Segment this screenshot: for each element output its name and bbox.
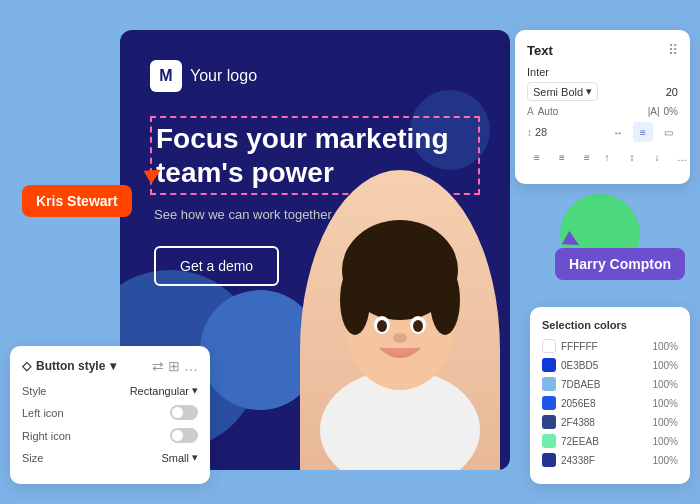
button-panel-tools: ⇄ ⊞ … <box>152 358 198 374</box>
svg-point-9 <box>413 320 423 332</box>
a-icon: |A| <box>648 106 660 117</box>
font-weight-row: Semi Bold ▾ 20 <box>527 82 678 101</box>
color-row: 72EEAB100% <box>542 434 678 448</box>
text-panel: Text ⠿ Inter Semi Bold ▾ 20 A Auto |A| 0… <box>515 30 690 184</box>
color-pct: 100% <box>652 436 678 447</box>
color-pct: 100% <box>652 379 678 390</box>
text-panel-header: Text ⠿ <box>527 42 678 58</box>
size-value: Small <box>161 452 189 464</box>
align-right-icon[interactable]: ≡ <box>577 147 597 167</box>
color-hex: 24338F <box>561 455 595 466</box>
button-panel: ◇ Button style ▾ ⇄ ⊞ … Style Rectangular… <box>10 346 210 484</box>
harry-label: Harry Compton <box>555 248 685 280</box>
size-row-label: Size <box>22 452 43 464</box>
color-row: 2056E8100% <box>542 396 678 410</box>
align-center-text-icon[interactable]: ≡ <box>552 147 572 167</box>
auto-label: Auto <box>538 106 559 117</box>
left-icon-row: Left icon <box>22 405 198 420</box>
text-panel-title: Text <box>527 43 553 58</box>
style-row: Style Rectangular ▾ <box>22 384 198 397</box>
font-name: Inter <box>527 66 678 78</box>
style-value: Rectangular <box>130 385 189 397</box>
svg-point-4 <box>340 265 370 335</box>
more-icon[interactable]: … <box>184 358 198 374</box>
color-hex: 7DBAEB <box>561 379 600 390</box>
left-icon-label: Left icon <box>22 407 64 419</box>
logo-text: Your logo <box>190 67 257 85</box>
vert-middle-icon[interactable]: ↕ <box>622 147 642 167</box>
align-expand-icon[interactable]: ↔ <box>608 122 628 142</box>
text-align-row: ≡ ≡ ≡ ↑ ↕ ↓ … <box>527 147 678 167</box>
font-size-value: 20 <box>666 86 678 98</box>
button-panel-header: ◇ Button style ▾ ⇄ ⊞ … <box>22 358 198 374</box>
color-row: 24338F100% <box>542 453 678 467</box>
color-row: 7DBAEB100% <box>542 377 678 391</box>
alignment-icons: ↔ ≡ ▭ <box>608 122 678 142</box>
color-pct: 100% <box>652 360 678 371</box>
diamond-icon: ◇ <box>22 359 31 373</box>
color-hex: FFFFFF <box>561 341 598 352</box>
chevron-down-icon[interactable]: ▾ <box>110 359 116 373</box>
line-height-row: ↕ 28 ↔ ≡ ▭ <box>527 122 678 142</box>
color-row: FFFFFF100% <box>542 339 678 353</box>
auto-row: A Auto |A| 0% <box>527 106 678 117</box>
align-box-icon[interactable]: ▭ <box>658 122 678 142</box>
left-icon-toggle[interactable] <box>170 405 198 420</box>
color-pct: 100% <box>652 341 678 352</box>
font-weight-select[interactable]: Semi Bold ▾ <box>527 82 598 101</box>
svg-point-8 <box>377 320 387 332</box>
size-row-value[interactable]: Small ▾ <box>161 451 198 464</box>
vert-top-icon[interactable]: ↑ <box>597 147 617 167</box>
grid-icon[interactable]: ⊞ <box>168 358 180 374</box>
percent-label: 0% <box>664 106 678 117</box>
color-pct: 100% <box>652 398 678 409</box>
text-align-icons: ≡ ≡ ≡ <box>527 147 597 167</box>
drag-handle-icon[interactable]: ⠿ <box>668 42 678 58</box>
chevron-size-icon: ▾ <box>192 451 198 464</box>
color-hex: 72EEAB <box>561 436 599 447</box>
button-style-label: Button style <box>36 359 105 373</box>
colors-panel: Selection colors FFFFFF100%0E3BD5100%7DB… <box>530 307 690 484</box>
vert-align-icons: ↑ ↕ ↓ … <box>597 147 692 167</box>
line-height-icon: ↕ <box>527 127 532 138</box>
style-row-label: Style <box>22 385 46 397</box>
color-pct: 100% <box>652 455 678 466</box>
cta-button[interactable]: Get a demo <box>154 246 279 286</box>
person-silhouette <box>300 170 500 470</box>
right-icon-toggle[interactable] <box>170 428 198 443</box>
style-row-value[interactable]: Rectangular ▾ <box>130 384 198 397</box>
logo-area: M Your logo <box>150 60 480 92</box>
logo-icon: M <box>150 60 182 92</box>
svg-point-5 <box>430 265 460 335</box>
person-photo <box>290 150 510 470</box>
color-row: 0E3BD5100% <box>542 358 678 372</box>
color-hex: 2F4388 <box>561 417 595 428</box>
chevron-icon: ▾ <box>192 384 198 397</box>
color-row: 2F4388100% <box>542 415 678 429</box>
move-icon[interactable]: ⇄ <box>152 358 164 374</box>
kris-label: Kris Stewart <box>22 185 132 217</box>
color-pct: 100% <box>652 417 678 428</box>
font-weight-label: Semi Bold <box>533 86 583 98</box>
svg-point-10 <box>393 333 407 343</box>
right-icon-row: Right icon <box>22 428 198 443</box>
button-panel-title: ◇ Button style ▾ <box>22 359 116 373</box>
chevron-down-icon: ▾ <box>586 85 592 98</box>
color-hex: 2056E8 <box>561 398 595 409</box>
align-left-icon[interactable]: ≡ <box>527 147 547 167</box>
vert-bottom-icon[interactable]: ↓ <box>647 147 667 167</box>
line-height-value: 28 <box>535 126 547 138</box>
color-hex: 0E3BD5 <box>561 360 598 371</box>
colors-list: FFFFFF100%0E3BD5100%7DBAEB100%2056E8100%… <box>542 339 678 467</box>
size-row: Size Small ▾ <box>22 451 198 464</box>
more-options-icon[interactable]: … <box>672 147 692 167</box>
colors-panel-title: Selection colors <box>542 319 678 331</box>
align-center-icon[interactable]: ≡ <box>633 122 653 142</box>
auto-icon: A <box>527 106 534 117</box>
right-icon-label: Right icon <box>22 430 71 442</box>
